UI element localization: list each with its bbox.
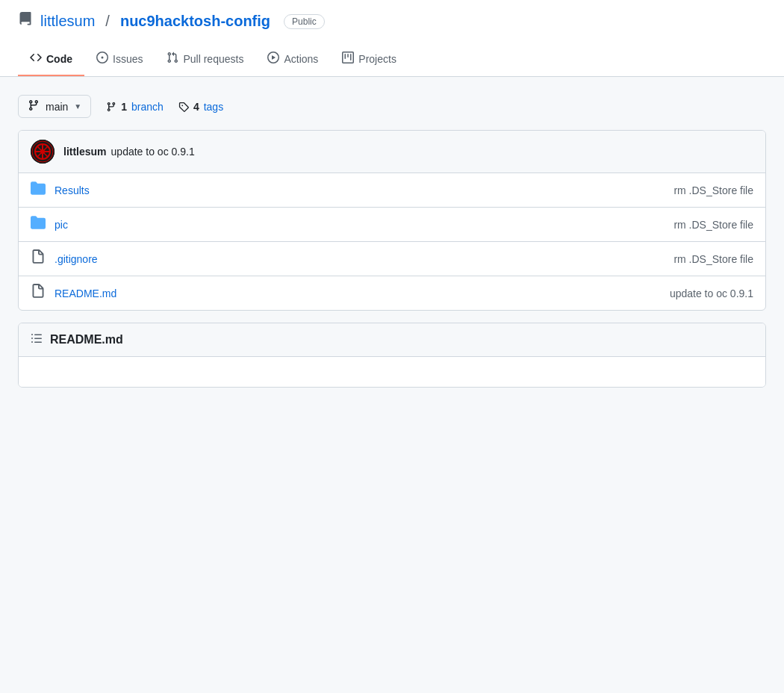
repo-separator: / [105, 13, 110, 30]
tab-pull-requests[interactable]: Pull requests [155, 43, 255, 76]
tab-issues-label: Issues [113, 53, 143, 65]
branch-count-info[interactable]: 1 branch [106, 101, 164, 113]
nav-tabs: Code Issues Pull requests [18, 43, 766, 76]
repo-name-link[interactable]: nuc9hacktosh-config [120, 13, 270, 30]
latest-commit-row: littlesum update to oc 0.9.1 [19, 131, 765, 173]
branch-count: 1 [121, 101, 127, 113]
file-commit: update to oc 0.9.1 [293, 288, 753, 299]
file-name[interactable]: .gitignore [55, 253, 284, 265]
branch-label: branch [131, 101, 164, 113]
tags-label: tags [204, 101, 223, 113]
main-content: main ▼ 1 branch 4 tags [0, 77, 784, 388]
tags-count-info[interactable]: 4 tags [178, 101, 223, 113]
file-commit: rm .DS_Store file [293, 184, 753, 196]
branch-selector-icon [28, 99, 40, 114]
tab-projects[interactable]: Projects [330, 43, 408, 76]
file-name[interactable]: Results [55, 184, 284, 196]
commit-author[interactable]: littlesum [63, 146, 107, 158]
svg-point-6 [40, 149, 45, 154]
readme-header: README.md [19, 323, 765, 357]
code-icon [30, 52, 42, 66]
commit-info: littlesum update to oc 0.9.1 [63, 146, 195, 158]
file-commit: rm .DS_Store file [293, 219, 753, 231]
issues-icon [96, 52, 108, 66]
tab-code-label: Code [46, 53, 72, 65]
file-table: littlesum update to oc 0.9.1 Results rm … [18, 130, 766, 311]
folder-icon [31, 181, 46, 199]
file-row: README.md update to oc 0.9.1 [19, 276, 765, 310]
pull-requests-icon [167, 52, 178, 66]
folder-icon [31, 215, 46, 234]
tab-actions-label: Actions [284, 53, 318, 65]
file-commit: rm .DS_Store file [293, 253, 753, 265]
avatar [31, 140, 55, 164]
repo-icon [18, 12, 33, 31]
actions-icon [267, 52, 279, 66]
repo-header: littlesum / nuc9hacktosh-config Public [18, 12, 766, 43]
tab-code[interactable]: Code [18, 43, 84, 76]
file-row: Results rm .DS_Store file [19, 173, 765, 208]
tab-issues[interactable]: Issues [84, 43, 155, 76]
tab-pull-requests-label: Pull requests [183, 53, 243, 65]
file-row: .gitignore rm .DS_Store file [19, 242, 765, 276]
file-name[interactable]: pic [55, 219, 284, 231]
file-doc-icon [31, 249, 46, 268]
branch-name: main [46, 101, 68, 113]
tab-projects-label: Projects [358, 53, 396, 65]
readme-body [19, 357, 765, 387]
visibility-badge: Public [284, 14, 325, 29]
file-row: pic rm .DS_Store file [19, 208, 765, 242]
commit-message: update to oc 0.9.1 [111, 146, 195, 158]
projects-icon [342, 52, 354, 66]
repo-owner-link[interactable]: littlesum [40, 13, 95, 30]
chevron-down-icon: ▼ [74, 102, 81, 111]
tab-actions[interactable]: Actions [255, 43, 330, 76]
readme-list-icon [31, 332, 43, 347]
branch-row: main ▼ 1 branch 4 tags [18, 95, 766, 118]
readme-section: README.md [18, 323, 766, 388]
file-doc-icon [31, 284, 46, 302]
tags-count: 4 [193, 101, 199, 113]
top-bar: littlesum / nuc9hacktosh-config Public C… [0, 0, 784, 77]
file-name[interactable]: README.md [55, 288, 284, 299]
readme-title: README.md [50, 333, 123, 346]
branch-selector[interactable]: main ▼ [18, 95, 91, 118]
